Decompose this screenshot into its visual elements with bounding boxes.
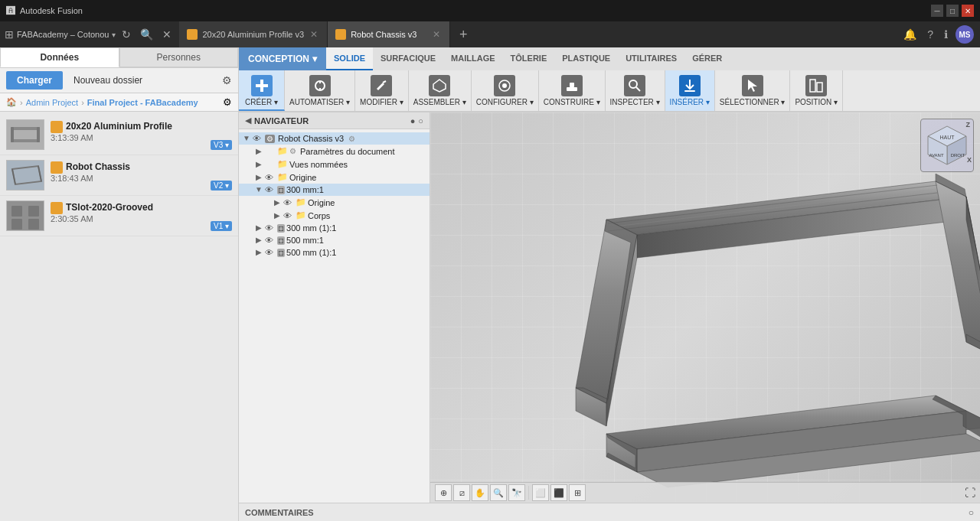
list-item[interactable]: TSlot-2020-Grooved 2:30:35 AM V1 ▾: [0, 196, 238, 236]
files-list: 20x20 Aluminium Profile 3:13:39 AM V3 ▾: [0, 112, 238, 521]
vp-tool-6[interactable]: ⬜: [532, 484, 549, 501]
inspecter-button[interactable]: [621, 73, 648, 98]
conception-button[interactable]: CONCEPTION ▾: [239, 47, 326, 70]
selectionner-button[interactable]: [739, 73, 766, 98]
tab-personnes[interactable]: Personnes: [119, 47, 239, 67]
file-time-3: 2:30:35 AM: [51, 214, 204, 223]
list-item[interactable]: Robot Chassis 3:18:43 AM V2 ▾: [0, 155, 238, 196]
tree-eye-300mm: 👁: [265, 185, 276, 194]
app-title: Autodesk Fusion: [20, 6, 926, 15]
inserer-label: INSÉRER ▾: [670, 98, 710, 106]
tree-row[interactable]: ▶ 👁 □ 500 mm (1):1: [239, 246, 430, 259]
maximize-button[interactable]: □: [946, 5, 959, 17]
tab-robot-chassis[interactable]: Robot Chassis v3 ✕: [328, 21, 450, 47]
creer-button[interactable]: [248, 73, 276, 98]
construire-button[interactable]: [558, 73, 586, 98]
breadcrumb-home-icon[interactable]: 🏠: [6, 97, 17, 107]
tree-row[interactable]: ▶ 👁 📁 Origine: [239, 196, 430, 209]
comments-toggle-button[interactable]: ○: [969, 507, 974, 518]
tree-toggle-300mm: ▼: [254, 185, 263, 194]
vp-fullscreen-button[interactable]: ⛶: [965, 487, 975, 499]
assembler-button[interactable]: [426, 73, 453, 98]
file-version-3[interactable]: V1 ▾: [211, 221, 232, 231]
svg-rect-3: [37, 127, 40, 142]
navigator-settings-button[interactable]: ●: [410, 116, 416, 125]
close-button[interactable]: ✕: [962, 5, 974, 17]
tree-row[interactable]: ▶ 📁 ⚙ Paramètres du document: [239, 145, 430, 158]
position-button[interactable]: [802, 73, 830, 98]
tree-eye-root: 👁: [253, 134, 263, 143]
workspace-arrow-icon[interactable]: ▾: [112, 31, 116, 39]
mode-tab-plastique[interactable]: PLASTIQUE: [554, 47, 618, 70]
info-button[interactable]: ℹ: [941, 27, 951, 42]
tab-close-button[interactable]: ✕: [159, 27, 175, 42]
breadcrumb-project[interactable]: Admin Project: [26, 98, 78, 107]
mode-tab-surfacique[interactable]: SURFACIQUE: [373, 47, 443, 70]
file-version-2[interactable]: V2 ▾: [211, 181, 232, 190]
tree-row[interactable]: ▼ 👁 □ 300 mm:1: [239, 184, 430, 196]
svg-rect-2: [11, 127, 14, 142]
minimize-button[interactable]: ─: [931, 5, 943, 17]
group-configurer: CONFIGURER ▾: [472, 70, 539, 111]
navigator-close-button[interactable]: ○: [418, 116, 423, 125]
vp-tool-1[interactable]: ⊕: [435, 484, 452, 501]
tree-row[interactable]: ▶ 👁 □ 300 mm (1):1: [239, 222, 430, 234]
tab1-close-button[interactable]: ✕: [309, 29, 319, 40]
help-button[interactable]: ?: [924, 27, 936, 42]
creer-label: CRÉER ▾: [245, 98, 278, 106]
vp-tool-2[interactable]: ⧄: [453, 484, 470, 501]
svg-rect-25: [810, 80, 815, 92]
tree-row[interactable]: ▶ 👁 📁 Origine: [239, 171, 430, 184]
tree-eye-corps: 👁: [283, 211, 294, 220]
sync-button[interactable]: ↻: [119, 27, 134, 42]
tree-row[interactable]: ▶ 👁 □ 500 mm:1: [239, 234, 430, 246]
vp-tool-3[interactable]: ✋: [472, 484, 488, 501]
vp-tool-5[interactable]: 🔭: [508, 484, 525, 501]
breadcrumb-settings-button[interactable]: ⚙: [223, 96, 232, 108]
group-selectionner: SÉLECTIONNER ▾: [715, 70, 791, 111]
breadcrumb-folder[interactable]: Final Project - FABacademy: [87, 98, 198, 107]
vp-tool-7[interactable]: ⬛: [550, 484, 567, 501]
mode-tab-tolerie[interactable]: TÔLERIE: [503, 47, 555, 70]
nouveau-dossier-button[interactable]: Nouveau dossier: [67, 71, 149, 90]
configurer-label: CONFIGURER ▾: [476, 98, 534, 106]
vp-tool-4[interactable]: 🔍: [490, 484, 507, 501]
tab2-close-button[interactable]: ✕: [431, 29, 442, 40]
tab-donnees[interactable]: Données: [0, 47, 119, 67]
assembler-icon: [429, 75, 450, 96]
mode-tab-gerer[interactable]: GÉRER: [684, 47, 730, 70]
navigator-panel: ◀ NAVIGATEUR ● ○ ▼ 👁 ⚙ Robot Chassis v3 …: [239, 112, 430, 503]
file-version-1[interactable]: V3 ▾: [211, 140, 232, 150]
group-assembler: ASSEMBLER ▾: [409, 70, 472, 111]
list-item[interactable]: 20x20 Aluminium Profile 3:13:39 AM V3 ▾: [0, 115, 238, 155]
automatiser-button[interactable]: [306, 73, 334, 98]
search-button[interactable]: 🔍: [137, 27, 156, 42]
viewport-3d[interactable]: HAUT DROIT AVANT Z X ⊕ ⧄ ✋: [430, 112, 980, 503]
mode-tab-solide[interactable]: SOLIDE: [326, 47, 373, 70]
mode-tab-utilitaires[interactable]: UTILITAIRES: [618, 47, 684, 70]
modifier-button[interactable]: [368, 73, 395, 98]
inserer-button[interactable]: [676, 73, 704, 98]
tree-row[interactable]: ▼ 👁 ⚙ Robot Chassis v3 ⚙: [239, 132, 430, 145]
workspace-name[interactable]: FABAcademy – Cotonou: [17, 30, 109, 39]
notification-button[interactable]: 🔔: [900, 27, 920, 42]
svg-rect-20: [567, 87, 577, 91]
vp-tool-8[interactable]: ⊞: [569, 484, 586, 501]
root-settings-icon: ⚙: [348, 135, 355, 143]
navigator-collapse-button[interactable]: ◀: [245, 116, 251, 125]
view-cube[interactable]: HAUT DROIT AVANT Z X: [920, 119, 974, 172]
tree-row[interactable]: ▶ 👁 📁 Corps: [239, 209, 430, 222]
mode-tab-maillage[interactable]: MAILLAGE: [443, 47, 502, 70]
tree-row[interactable]: ▶ 📁 Vues nommées: [239, 158, 430, 171]
tab1-icon: [187, 29, 198, 40]
viewport-bottom-bar: ⊕ ⧄ ✋ 🔍 🔭 ⬜ ⬛ ⊞ ⛶: [430, 482, 980, 503]
tab-aluminium-profile[interactable]: 20x20 Aluminium Profile v3 ✕: [179, 21, 328, 47]
user-avatar[interactable]: MS: [956, 25, 974, 44]
panel-settings-button[interactable]: ⚙: [222, 74, 232, 86]
charger-button[interactable]: Charger: [6, 71, 63, 90]
file-info-1: 20x20 Aluminium Profile 3:13:39 AM: [51, 119, 204, 142]
configurer-button[interactable]: [491, 73, 518, 98]
new-tab-button[interactable]: +: [450, 21, 476, 47]
svg-text:DROIT: DROIT: [951, 153, 965, 158]
tree-eye-300mm2: 👁: [265, 223, 276, 233]
